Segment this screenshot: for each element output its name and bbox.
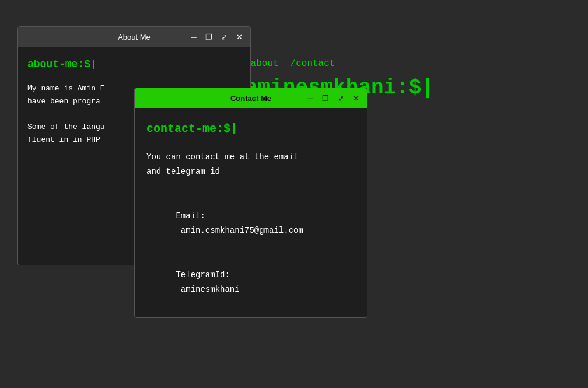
webpage-nav: /about /contact — [233, 53, 588, 75]
contact-email-line: Email: amin.esmkhani75@gmail.com — [146, 194, 355, 253]
contact-prompt-line: contact-me:$| — [146, 120, 355, 138]
about-titlebar: About Me ─ ❐ ⤢ ✕ — [18, 27, 250, 47]
contact-content: contact-me:$| You can contact me at the … — [135, 108, 367, 323]
close-icon-contact: ✕ — [353, 94, 359, 103]
maximize-button-contact[interactable]: ⤢ — [335, 93, 346, 103]
maximize-button-about[interactable]: ⤢ — [219, 32, 229, 42]
contact-telegram-id: aminesmkhani — [181, 285, 240, 294]
contact-telegram-value — [176, 285, 180, 294]
minimize-button-about[interactable]: ─ — [188, 32, 199, 42]
contact-email-value — [176, 226, 180, 235]
about-prompt-line: about-me:$| — [27, 56, 241, 73]
close-button-about[interactable]: ✕ — [234, 32, 244, 42]
contact-email-label: Email: — [176, 211, 205, 221]
contact-titlebar: Contact Me ─ ❐ ⤢ ✕ — [135, 88, 367, 108]
contact-email-address: amin.esmkhani75@gmail.com — [181, 226, 303, 235]
about-window-title: About Me — [118, 33, 150, 41]
close-icon-about: ✕ — [236, 33, 243, 41]
restore-icon-contact: ❐ — [322, 94, 329, 103]
maximize-icon-contact: ⤢ — [338, 94, 344, 103]
contact-telegram-label: TelegramId: — [176, 270, 229, 279]
minimize-icon-contact: ─ — [307, 94, 313, 103]
maximize-icon: ⤢ — [221, 33, 228, 41]
restore-button-about[interactable]: ❐ — [204, 32, 214, 42]
minimize-button-contact[interactable]: ─ — [305, 93, 316, 103]
minimize-icon: ─ — [191, 33, 196, 41]
close-button-contact[interactable]: ✕ — [351, 93, 361, 103]
contact-window-title: Contact Me — [230, 94, 271, 103]
contact-intro-text: You can contact me at the email and tele… — [146, 150, 355, 179]
restore-icon: ❐ — [205, 33, 212, 41]
nav-link-contact[interactable]: /contact — [290, 58, 335, 69]
terminal-contact-window[interactable]: Contact Me ─ ❐ ⤢ ✕ contact-me:$| You can… — [134, 88, 368, 318]
restore-button-contact[interactable]: ❐ — [320, 93, 331, 103]
contact-telegram-line: TelegramId: aminesmkhani — [146, 253, 355, 312]
contact-window-controls[interactable]: ─ ❐ ⤢ ✕ — [305, 93, 361, 103]
contact-spacer — [146, 179, 355, 194]
about-window-controls[interactable]: ─ ❐ ⤢ ✕ — [188, 32, 244, 42]
